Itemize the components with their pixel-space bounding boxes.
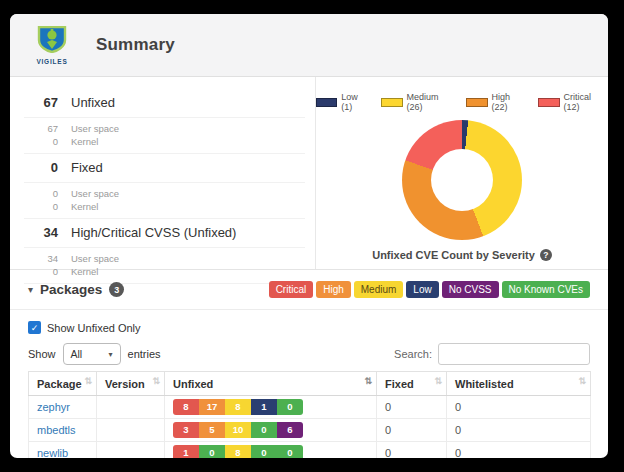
stat-sub-row: 0Kernel — [10, 265, 315, 278]
summary-section: 67Unfixed67User space0Kernel0Fixed0User … — [10, 77, 608, 269]
packages-panel: ▾ Packages 3 CriticalHighMediumLowNo CVS… — [10, 269, 608, 458]
legend-label: High (22) — [492, 92, 528, 112]
column-header-package[interactable]: Package⇅ — [29, 372, 97, 396]
stat-row: 67Unfixed — [10, 89, 315, 117]
checkbox-label: Show Unfixed Only — [47, 322, 141, 334]
severity-badge-medium[interactable]: 10 — [225, 422, 251, 438]
stat-sub-value: 0 — [10, 135, 58, 148]
app-window: VIGILES Summary 67Unfixed67User space0Ke… — [10, 14, 608, 458]
severity-filter-critical[interactable]: Critical — [269, 281, 314, 298]
table-controls: ✓ Show Unfixed Only Show All ▾ entries S… — [10, 310, 608, 365]
severity-badge-high[interactable]: 17 — [199, 399, 225, 415]
show-label: Show — [28, 348, 56, 360]
vigiles-logo[interactable]: VIGILES — [28, 26, 76, 65]
column-header-fixed[interactable]: Fixed⇅ — [377, 372, 447, 396]
sort-icon[interactable]: ⇅ — [84, 376, 92, 386]
legend-swatch — [381, 98, 402, 107]
entries-select-value: All — [71, 348, 83, 360]
severity-badge-medium[interactable]: 8 — [225, 445, 251, 458]
entries-label: entries — [128, 348, 161, 360]
checkbox-check-icon: ✓ — [28, 321, 41, 334]
severity-filter-buttons: CriticalHighMediumLowNo CVSSNo Known CVE… — [269, 281, 590, 298]
severity-badge-none[interactable]: 0 — [277, 445, 303, 458]
severity-badge-critical[interactable]: 3 — [173, 422, 199, 438]
severity-badge-low[interactable]: 1 — [251, 399, 277, 415]
stat-sub-row: 0Kernel — [10, 200, 315, 213]
entries-select[interactable]: All ▾ — [63, 343, 121, 365]
severity-badge-strip: 351006 — [173, 422, 368, 438]
chart-title: Unfixed CVE Count by Severity — [372, 249, 535, 261]
column-header-version[interactable]: Version⇅ — [97, 372, 165, 396]
legend-label: Critical (12) — [564, 92, 608, 112]
severity-badge-strip: 817810 — [173, 399, 368, 415]
severity-filter-medium[interactable]: Medium — [354, 281, 404, 298]
stat-sub-row: 67User space — [10, 122, 315, 135]
stat-sub-row: 34User space — [10, 252, 315, 265]
stat-label: Fixed — [71, 160, 103, 175]
packages-count-badge: 3 — [109, 282, 124, 297]
severity-filter-none[interactable]: No Known CVEs — [502, 281, 590, 298]
page-title: Summary — [96, 35, 175, 55]
stat-sub-value: 34 — [10, 252, 58, 265]
whitelisted-cell: 0 — [447, 396, 591, 419]
severity-badge-medium[interactable]: 8 — [225, 399, 251, 415]
package-cell: zephyr — [29, 396, 97, 419]
version-cell — [97, 419, 165, 442]
stat-sub-value: 67 — [10, 122, 58, 135]
stat-value: 0 — [10, 160, 58, 175]
sort-icon[interactable]: ⇅ — [364, 376, 372, 386]
severity-badge-no_cvss[interactable]: 6 — [277, 422, 303, 438]
legend-item[interactable]: Low (1) — [316, 92, 370, 112]
brand-name: VIGILES — [36, 58, 67, 65]
select-caret-icon: ▾ — [109, 350, 113, 359]
package-cell: mbedtls — [29, 419, 97, 442]
packages-title: Packages — [40, 282, 102, 297]
package-link[interactable]: newlib — [37, 447, 68, 458]
severity-badge-none[interactable]: 0 — [277, 399, 303, 415]
column-header-whitelisted[interactable]: Whitelisted⇅ — [447, 372, 591, 396]
fixed-cell: 0 — [377, 396, 447, 419]
severity-badge-critical[interactable]: 1 — [173, 445, 199, 458]
unfixed-cell: 351006 — [165, 419, 377, 442]
severity-badge-none[interactable]: 0 — [251, 445, 277, 458]
donut-hole — [431, 149, 493, 211]
severity-filter-high[interactable]: High — [316, 281, 351, 298]
show-unfixed-only-checkbox[interactable]: ✓ Show Unfixed Only — [28, 321, 590, 334]
search-label: Search: — [394, 348, 432, 360]
package-link[interactable]: mbedtls — [37, 424, 76, 436]
stat-sub-row: 0Kernel — [10, 135, 315, 148]
search-control: Search: — [394, 343, 590, 365]
severity-chart-panel: Low (1)Medium (26)High (22)Critical (12)… — [316, 77, 608, 269]
sort-icon[interactable]: ⇅ — [578, 376, 586, 386]
summary-stats: 67Unfixed67User space0Kernel0Fixed0User … — [10, 77, 316, 269]
severity-badge-critical[interactable]: 8 — [173, 399, 199, 415]
severity-filter-low[interactable]: Low — [406, 281, 438, 298]
legend-label: Low (1) — [341, 92, 370, 112]
legend-swatch — [538, 98, 559, 107]
legend-item[interactable]: Medium (26) — [381, 92, 455, 112]
severity-badge-none[interactable]: 0 — [251, 422, 277, 438]
stat-sub-rows: 67User space0Kernel — [10, 118, 315, 153]
app-header: VIGILES Summary — [10, 14, 608, 77]
stat-sub-value: 0 — [10, 265, 58, 278]
stat-value: 67 — [10, 95, 58, 110]
stat-value: 34 — [10, 225, 58, 240]
stat-sub-rows: 34User space0Kernel — [10, 248, 315, 283]
legend-item[interactable]: Critical (12) — [538, 92, 608, 112]
chart-legend: Low (1)Medium (26)High (22)Critical (12) — [316, 92, 608, 112]
legend-item[interactable]: High (22) — [466, 92, 527, 112]
sort-icon[interactable]: ⇅ — [152, 376, 160, 386]
severity-filter-no_cvss[interactable]: No CVSS — [442, 281, 499, 298]
stat-sub-row: 0User space — [10, 187, 315, 200]
packages-table: Package⇅Version⇅Unfixed⇅Fixed⇅Whiteliste… — [28, 371, 591, 458]
severity-donut-chart[interactable] — [402, 120, 522, 240]
packages-collapse-toggle[interactable]: ▾ Packages 3 — [28, 282, 124, 297]
severity-badge-none[interactable]: 0 — [199, 445, 225, 458]
severity-badge-high[interactable]: 5 — [199, 422, 225, 438]
search-input[interactable] — [438, 343, 590, 365]
column-header-unfixed[interactable]: Unfixed⇅ — [165, 372, 377, 396]
package-link[interactable]: zephyr — [37, 401, 70, 413]
help-icon[interactable]: ? — [540, 249, 552, 261]
sort-icon[interactable]: ⇅ — [434, 376, 442, 386]
stat-sub-label: Kernel — [71, 135, 98, 148]
